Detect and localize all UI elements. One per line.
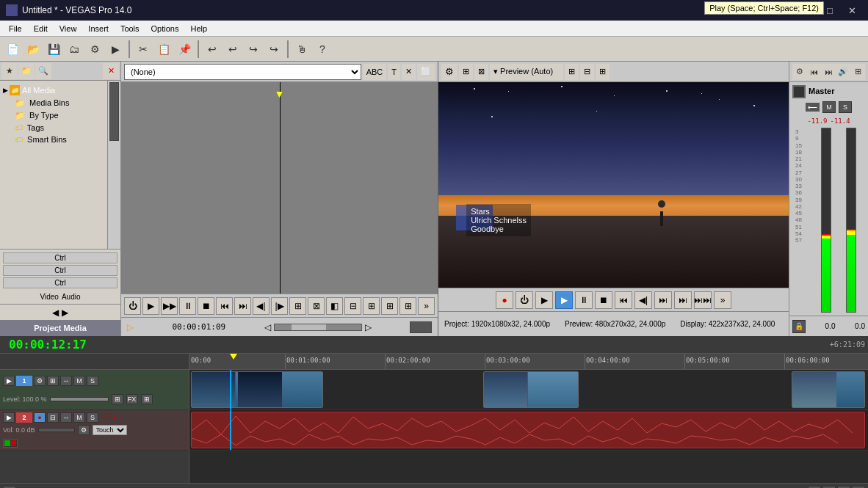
trim-text-button[interactable]: T [388, 64, 400, 80]
panel-btn-1[interactable]: ★ [1, 63, 18, 79]
menu-tools[interactable]: Tools [115, 23, 145, 34]
track1-extra[interactable]: ⊞ [141, 394, 153, 404]
menu-insert[interactable]: Insert [82, 23, 115, 34]
track1-settings[interactable]: ⚙ [34, 376, 46, 386]
save-button[interactable]: 💾 [44, 40, 63, 59]
track2-mode-select[interactable]: Touch [93, 425, 127, 435]
track1-s-btn[interactable]: S [87, 376, 98, 386]
prev-loop-end[interactable]: ⏭ [654, 291, 672, 309]
preview-btn-3[interactable]: ⊟ [580, 64, 594, 80]
tree-expand-row[interactable]: ▶ 📁 All Media [0, 84, 107, 97]
trim-btn-6[interactable]: ⊞ [381, 297, 398, 315]
tree-item-media-bins[interactable]: Media Bins [29, 98, 69, 107]
audio-clip-1[interactable] [191, 412, 865, 448]
ctrl-btn-2[interactable]: Ctrl [3, 265, 117, 276]
trim-btn-1[interactable]: ⊞ [289, 297, 306, 315]
trim-dropdown[interactable]: (None) [124, 64, 361, 80]
undo-button[interactable]: ↩ [203, 40, 222, 59]
prev-btn-more[interactable]: » [714, 291, 731, 309]
panel-nav-left[interactable]: ◀ [52, 307, 59, 318]
panel-nav-right[interactable]: ▶ [62, 307, 68, 318]
preview-btn-2[interactable]: ⊠ [474, 64, 488, 80]
trim-btn-4[interactable]: ⊟ [344, 297, 361, 315]
trim-abc-button[interactable]: ABC [363, 64, 387, 80]
video-clip-2[interactable] [483, 371, 579, 408]
redo-btn2[interactable]: ↪ [264, 40, 283, 59]
properties-button[interactable]: ⚙ [85, 40, 104, 59]
trim-btn-7[interactable]: ⊞ [399, 297, 416, 315]
track2-vol-slider[interactable] [38, 428, 75, 432]
menu-file[interactable]: File [3, 23, 28, 34]
zoom-in-btn[interactable]: + [837, 486, 850, 489]
tree-item-smart-bins[interactable]: Smart Bins [27, 135, 67, 144]
scroll-right-btn[interactable]: ▶ [808, 486, 821, 489]
track1-copy[interactable]: ⊞ [47, 376, 59, 386]
tree-item-by-type-row[interactable]: 📁 By Type [0, 109, 107, 122]
render-button[interactable]: ▶ [106, 40, 125, 59]
tree-item-smart-bins-row[interactable]: 🏷 Smart Bins [0, 134, 107, 145]
project-media-label[interactable]: Project Media [0, 320, 120, 336]
trim-play-fast-button[interactable]: ▶▶ [161, 297, 178, 315]
track2-record[interactable]: ● [34, 412, 46, 423]
help-button[interactable]: ? [313, 40, 332, 59]
prev-pause-button[interactable]: ⏸ [575, 291, 593, 309]
prev-next-frame[interactable]: ⏭ [674, 291, 692, 309]
video-clip-3[interactable] [792, 371, 865, 408]
menu-edit[interactable]: Edit [28, 23, 54, 34]
panel-btn-2[interactable]: 📁 [18, 63, 35, 79]
paste-button[interactable]: 📌 [175, 40, 194, 59]
track2-arrow[interactable]: ↔ [60, 412, 72, 423]
vu-m-button[interactable]: M [822, 101, 836, 113]
prev-stop-button[interactable]: ⏹ [595, 291, 612, 309]
open-button[interactable]: 📂 [23, 40, 43, 59]
tree-item-media-bins-row[interactable]: 📁 Media Bins [0, 97, 107, 109]
trim-scroll-right[interactable]: ▷ [365, 322, 372, 332]
new-project-button[interactable]: 📄 [3, 40, 22, 59]
track1-fx-btn[interactable]: FX [126, 394, 138, 404]
ctrl-btn-1[interactable]: Ctrl [3, 252, 117, 263]
redo-button[interactable]: ↪ [244, 40, 263, 59]
tree-item-tags-row[interactable]: 🏷 Tags [0, 122, 107, 134]
track1-level-icon[interactable]: ⊞ [112, 394, 123, 404]
tree-item-all-media[interactable]: All Media [22, 86, 104, 95]
cut-button[interactable]: ✂ [134, 40, 153, 59]
track1-m-btn[interactable]: M [73, 376, 85, 386]
track1-level-slider[interactable] [50, 397, 109, 401]
trim-stop-button[interactable]: ⏹ [198, 297, 214, 315]
prev-power-button[interactable]: ⏻ [516, 291, 533, 309]
track2-expand[interactable]: ▶ [3, 412, 15, 423]
panel-btn-close[interactable]: ✕ [103, 63, 119, 79]
trim-expand-button[interactable]: ⬜ [417, 64, 435, 80]
track2-mute[interactable]: ⊟ [47, 412, 59, 423]
trim-power-button[interactable]: ⏻ [124, 297, 141, 315]
prev-play-button[interactable]: ▶ [535, 291, 553, 309]
trim-scrollbar[interactable] [274, 324, 362, 331]
ctrl-btn-3[interactable]: Ctrl [3, 277, 117, 288]
vu-btn-3[interactable]: 🔊 [836, 64, 850, 80]
close-button[interactable]: ✕ [842, 3, 862, 18]
preview-btn-4[interactable]: ⊞ [596, 64, 610, 80]
prev-record-button[interactable]: ● [496, 291, 513, 309]
vu-lock-button[interactable]: 🔒 [792, 320, 806, 333]
track1-expand[interactable]: ▶ [3, 376, 15, 386]
trim-loop-start[interactable]: ◀| [253, 297, 270, 315]
vu-expand[interactable]: ⊞ [850, 64, 865, 80]
prev-skip[interactable]: ⏭⏭ [694, 291, 712, 309]
scroll-left-btn[interactable]: ◀ [3, 486, 16, 489]
preview-grid-button[interactable]: ⊞ [565, 64, 579, 80]
vu-s-button[interactable]: S [839, 101, 852, 113]
track2-settings-btn[interactable]: ⚙ [78, 425, 90, 435]
copy-button[interactable]: 📋 [154, 40, 173, 59]
menu-help[interactable]: Help [184, 23, 213, 34]
prev-loop-start[interactable]: ◀| [634, 291, 652, 309]
preview-btn-1[interactable]: ⊞ [459, 64, 473, 80]
track1-arrow[interactable]: ↔ [60, 376, 72, 386]
vu-settings-button[interactable]: ⚙ [792, 64, 807, 80]
video-clip-1[interactable] [191, 371, 323, 408]
trim-play-button[interactable]: ▶ [142, 297, 159, 315]
vu-ctrl-btn[interactable]: ⟵ [806, 103, 820, 112]
fit-btn[interactable]: ⊟ [852, 486, 865, 489]
trim-btn-3[interactable]: ◧ [326, 297, 343, 315]
trim-btn-more[interactable]: » [418, 297, 435, 315]
trim-btn-5[interactable]: ⊞ [363, 297, 380, 315]
